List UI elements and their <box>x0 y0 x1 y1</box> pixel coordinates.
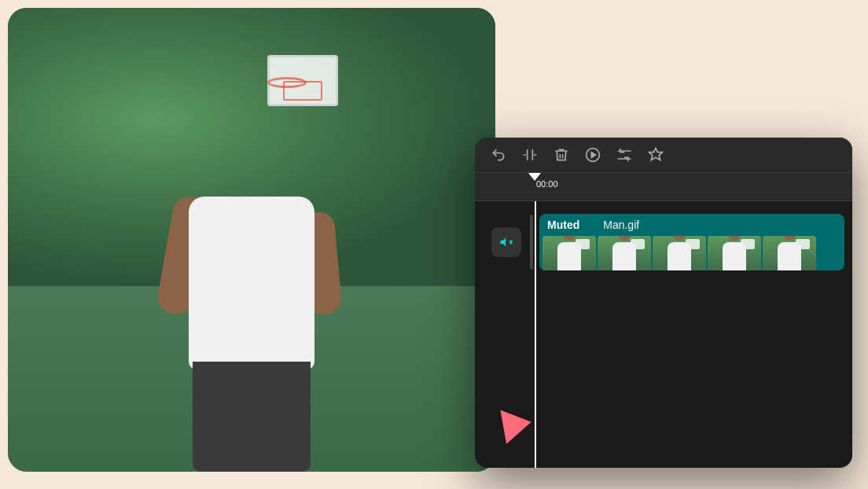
svg-marker-5 <box>591 153 595 158</box>
photo-card <box>8 8 495 472</box>
adjust-button[interactable] <box>648 147 664 163</box>
video-clip[interactable]: Muted Man.gif <box>539 214 844 270</box>
photo-background <box>8 8 495 472</box>
thumbnail-2 <box>598 236 651 270</box>
svg-marker-8 <box>649 149 663 160</box>
playhead-triangle <box>528 173 541 181</box>
video-track-row: Muted Man.gif <box>475 211 852 274</box>
muted-label: Muted <box>547 219 579 231</box>
timeline-tracks: Muted Man.gif <box>475 201 852 283</box>
mute-button[interactable] <box>491 227 521 257</box>
timeline-ruler: 00:00 <box>475 173 852 201</box>
crop-button[interactable] <box>616 147 632 163</box>
person-torso <box>189 197 314 370</box>
svg-marker-9 <box>501 238 506 247</box>
preview-button[interactable] <box>585 147 601 163</box>
editor-panel: 00:00 <box>475 138 852 468</box>
clip-thumbnails <box>539 236 844 270</box>
thumbnail-3 <box>653 236 706 270</box>
thumbnail-5 <box>763 236 816 270</box>
cursor-arrow <box>500 405 534 444</box>
person-legs <box>193 362 311 472</box>
undo-button[interactable] <box>491 147 506 163</box>
playhead-line <box>535 201 536 468</box>
clip-header: Muted Man.gif <box>539 214 844 236</box>
track-divider <box>530 215 533 270</box>
track-controls <box>483 227 530 257</box>
thumbnail-4 <box>708 236 761 270</box>
delete-button[interactable] <box>554 147 569 163</box>
clip-filename: Man.gif <box>603 219 639 231</box>
split-button[interactable] <box>522 147 538 163</box>
thumbnail-1 <box>542 236 596 270</box>
editor-toolbar <box>475 138 852 173</box>
basketball-hoop <box>267 77 307 88</box>
